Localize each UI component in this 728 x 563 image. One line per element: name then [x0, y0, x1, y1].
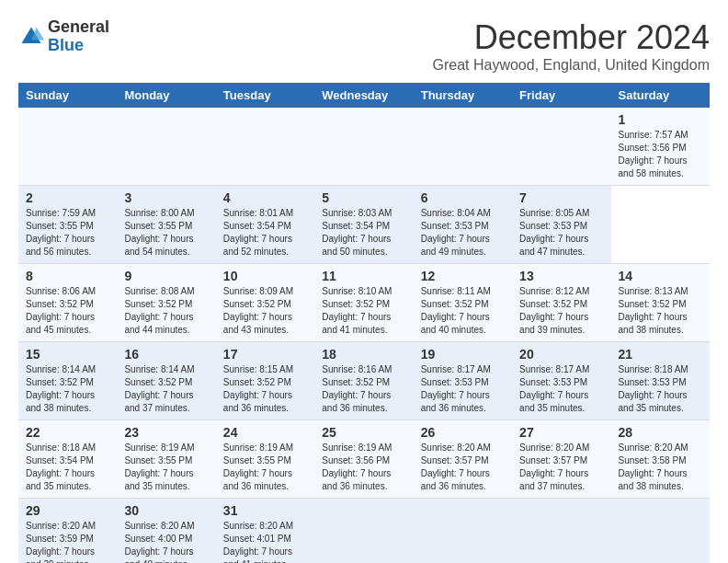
day-info: Sunrise: 8:18 AMSunset: 3:54 PMDaylight:…: [26, 442, 96, 491]
day-info: Sunrise: 8:05 AMSunset: 3:53 PMDaylight:…: [519, 208, 589, 257]
day-number: 12: [421, 269, 505, 283]
day-number: 11: [322, 269, 405, 283]
day-number: 26: [421, 425, 505, 440]
calendar-cell: [414, 499, 512, 564]
day-number: 1: [619, 112, 702, 127]
day-number: 17: [223, 347, 307, 362]
calendar-week-0: 1 Sunrise: 7:57 AMSunset: 3:56 PMDayligh…: [18, 108, 710, 186]
day-info: Sunrise: 7:59 AMSunset: 3:55 PMDaylight:…: [26, 208, 96, 257]
day-number: 21: [619, 347, 702, 362]
calendar-cell: 21 Sunrise: 8:18 AMSunset: 3:53 PMDaylig…: [611, 342, 710, 420]
day-info: Sunrise: 8:17 AMSunset: 3:53 PMDaylight:…: [421, 364, 491, 413]
day-info: Sunrise: 8:19 AMSunset: 3:55 PMDaylight:…: [124, 442, 194, 491]
day-info: Sunrise: 8:10 AMSunset: 3:52 PMDaylight:…: [322, 286, 392, 335]
day-info: Sunrise: 8:20 AMSunset: 3:57 PMDaylight:…: [421, 442, 491, 491]
calendar-cell: 4 Sunrise: 8:01 AMSunset: 3:54 PMDayligh…: [216, 186, 314, 264]
calendar-week-3: 15 Sunrise: 8:14 AMSunset: 3:52 PMDaylig…: [18, 342, 710, 420]
col-thursday: Thursday: [414, 83, 512, 108]
col-tuesday: Tuesday: [216, 83, 314, 108]
calendar-week-5: 29 Sunrise: 8:20 AMSunset: 3:59 PMDaylig…: [18, 499, 710, 564]
main-title: December 2024: [432, 18, 710, 57]
day-number: 27: [519, 425, 603, 440]
calendar-cell: 19 Sunrise: 8:17 AMSunset: 3:53 PMDaylig…: [414, 342, 512, 420]
day-number: 22: [26, 425, 109, 440]
day-info: Sunrise: 8:09 AMSunset: 3:52 PMDaylight:…: [223, 286, 293, 335]
day-number: 2: [26, 190, 109, 205]
calendar-cell: 18 Sunrise: 8:16 AMSunset: 3:52 PMDaylig…: [314, 342, 413, 420]
day-info: Sunrise: 8:01 AMSunset: 3:54 PMDaylight:…: [223, 208, 293, 257]
day-info: Sunrise: 8:17 AMSunset: 3:53 PMDaylight:…: [519, 364, 589, 413]
calendar-cell: 12 Sunrise: 8:11 AMSunset: 3:52 PMDaylig…: [414, 264, 512, 342]
calendar-cell: 9 Sunrise: 8:08 AMSunset: 3:52 PMDayligh…: [117, 264, 215, 342]
day-info: Sunrise: 8:18 AMSunset: 3:53 PMDaylight:…: [619, 364, 688, 413]
day-info: Sunrise: 8:00 AMSunset: 3:55 PMDaylight:…: [124, 208, 194, 257]
calendar-header: Sunday Monday Tuesday Wednesday Thursday…: [18, 83, 710, 108]
calendar-cell: 20 Sunrise: 8:17 AMSunset: 3:53 PMDaylig…: [512, 342, 610, 420]
calendar-cell: [512, 499, 610, 564]
title-section: December 2024 Great Haywood, England, Un…: [432, 18, 710, 74]
calendar-cell: 1 Sunrise: 7:57 AMSunset: 3:56 PMDayligh…: [611, 108, 710, 186]
calendar-cell: [314, 499, 413, 564]
day-number: 15: [26, 347, 109, 362]
calendar-cell: 7 Sunrise: 8:05 AMSunset: 3:53 PMDayligh…: [512, 186, 610, 264]
calendar-cell: [414, 108, 512, 186]
calendar-cell: 6 Sunrise: 8:04 AMSunset: 3:53 PMDayligh…: [414, 186, 512, 264]
day-info: Sunrise: 8:20 AMSunset: 3:59 PMDaylight:…: [26, 521, 96, 563]
day-info: Sunrise: 8:19 AMSunset: 3:56 PMDaylight:…: [322, 442, 392, 491]
day-number: 23: [124, 425, 208, 440]
day-number: 7: [519, 190, 603, 205]
calendar-cell: 24 Sunrise: 8:19 AMSunset: 3:55 PMDaylig…: [216, 420, 314, 499]
calendar-week-4: 22 Sunrise: 8:18 AMSunset: 3:54 PMDaylig…: [18, 420, 710, 499]
calendar-cell: 3 Sunrise: 8:00 AMSunset: 3:55 PMDayligh…: [117, 186, 215, 264]
day-info: Sunrise: 8:20 AMSunset: 3:58 PMDaylight:…: [619, 442, 688, 491]
col-friday: Friday: [512, 83, 610, 108]
subtitle: Great Haywood, England, United Kingdom: [432, 57, 710, 74]
day-info: Sunrise: 7:57 AMSunset: 3:56 PMDaylight:…: [619, 130, 688, 178]
header: General Blue December 2024 Great Haywood…: [18, 18, 710, 74]
day-number: 24: [223, 425, 307, 440]
logo-icon: [18, 24, 44, 50]
day-info: Sunrise: 8:16 AMSunset: 3:52 PMDaylight:…: [322, 364, 392, 413]
calendar-cell: 29 Sunrise: 8:20 AMSunset: 3:59 PMDaylig…: [18, 499, 117, 564]
day-number: 8: [26, 269, 109, 283]
calendar-week-2: 8 Sunrise: 8:06 AMSunset: 3:52 PMDayligh…: [18, 264, 710, 342]
day-info: Sunrise: 8:11 AMSunset: 3:52 PMDaylight:…: [421, 286, 491, 335]
day-number: 5: [322, 190, 405, 205]
calendar-cell: [512, 108, 610, 186]
col-sunday: Sunday: [18, 83, 117, 108]
day-number: 25: [322, 425, 405, 440]
calendar-cell: 10 Sunrise: 8:09 AMSunset: 3:52 PMDaylig…: [216, 264, 314, 342]
calendar-cell: [117, 108, 215, 186]
calendar-cell: 22 Sunrise: 8:18 AMSunset: 3:54 PMDaylig…: [18, 420, 117, 499]
calendar-cell: 28 Sunrise: 8:20 AMSunset: 3:58 PMDaylig…: [611, 420, 710, 499]
day-info: Sunrise: 8:14 AMSunset: 3:52 PMDaylight:…: [124, 364, 194, 413]
day-number: 29: [26, 503, 109, 518]
day-info: Sunrise: 8:19 AMSunset: 3:55 PMDaylight:…: [223, 442, 293, 491]
calendar-cell: 14 Sunrise: 8:13 AMSunset: 3:52 PMDaylig…: [611, 264, 710, 342]
day-number: 14: [619, 269, 702, 283]
day-info: Sunrise: 8:20 AMSunset: 4:00 PMDaylight:…: [124, 521, 194, 563]
day-info: Sunrise: 8:03 AMSunset: 3:54 PMDaylight:…: [322, 208, 392, 257]
calendar-cell: 27 Sunrise: 8:20 AMSunset: 3:57 PMDaylig…: [512, 420, 610, 499]
calendar-cell: 31 Sunrise: 8:20 AMSunset: 4:01 PMDaylig…: [216, 499, 314, 564]
calendar-cell: 15 Sunrise: 8:14 AMSunset: 3:52 PMDaylig…: [18, 342, 117, 420]
calendar-cell: [18, 108, 117, 186]
day-number: 4: [223, 190, 307, 205]
calendar-cell: 11 Sunrise: 8:10 AMSunset: 3:52 PMDaylig…: [314, 264, 413, 342]
calendar-cell: 13 Sunrise: 8:12 AMSunset: 3:52 PMDaylig…: [512, 264, 610, 342]
calendar-cell: [611, 499, 710, 564]
day-info: Sunrise: 8:15 AMSunset: 3:52 PMDaylight:…: [223, 364, 293, 413]
col-saturday: Saturday: [611, 83, 710, 108]
day-number: 18: [322, 347, 405, 362]
day-number: 13: [519, 269, 603, 283]
logo-general: General: [48, 17, 109, 36]
calendar-cell: 23 Sunrise: 8:19 AMSunset: 3:55 PMDaylig…: [117, 420, 215, 499]
logo-text: General Blue: [48, 18, 109, 55]
calendar-cell: 16 Sunrise: 8:14 AMSunset: 3:52 PMDaylig…: [117, 342, 215, 420]
day-info: Sunrise: 8:13 AMSunset: 3:52 PMDaylight:…: [619, 286, 688, 335]
day-number: 28: [619, 425, 702, 440]
day-number: 16: [124, 347, 208, 362]
day-info: Sunrise: 8:08 AMSunset: 3:52 PMDaylight:…: [124, 286, 194, 335]
day-info: Sunrise: 8:06 AMSunset: 3:52 PMDaylight:…: [26, 286, 96, 335]
calendar-cell: [216, 108, 314, 186]
